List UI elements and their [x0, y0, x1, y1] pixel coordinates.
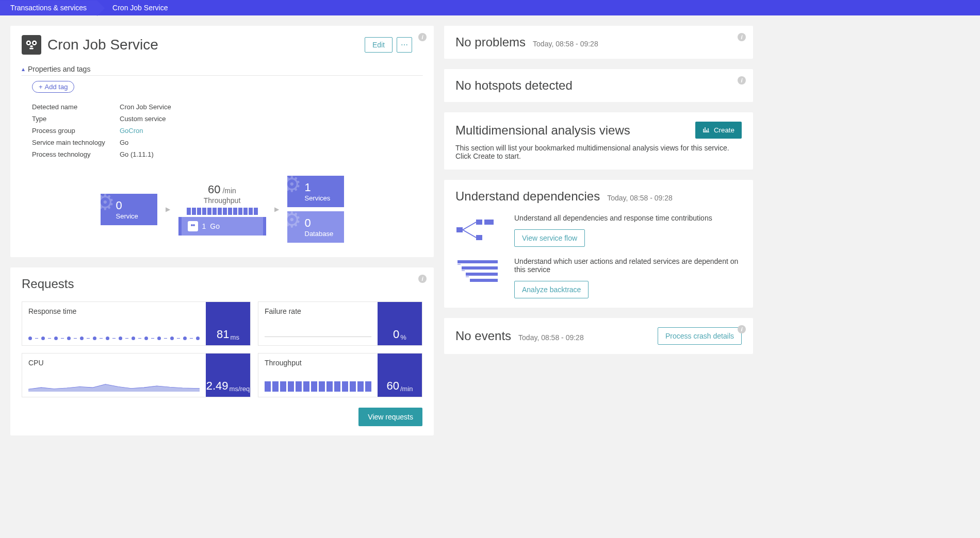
svg-point-7 [193, 224, 195, 226]
info-icon[interactable]: i [418, 33, 427, 41]
problems-card: i No problems Today, 08:58 - 09:28 [444, 26, 753, 59]
metric-unit: /min [400, 385, 413, 393]
breadcrumb-current[interactable]: Cron Job Service [97, 1, 178, 15]
tech-label: Go [210, 222, 220, 230]
prop-value: Custom service [120, 115, 166, 123]
throughput-unit: /min [222, 187, 236, 195]
incoming-count: 0 [116, 199, 138, 212]
prop-row: Detected nameCron Job Service [32, 101, 422, 113]
go-gopher-icon [22, 35, 41, 55]
svg-point-2 [28, 42, 30, 44]
add-tag-label: Add tag [45, 83, 68, 91]
dependencies-title: Understand dependencies [455, 189, 600, 204]
throughput-value: 60 [208, 183, 220, 196]
info-icon[interactable]: i [418, 275, 427, 283]
properties-toggle[interactable]: ▴ Properties and tags [22, 65, 422, 76]
technology-box[interactable]: 1 Go [178, 217, 266, 236]
prop-label: Type [32, 115, 120, 123]
backtrace-text: Understand which user actions and relate… [514, 257, 742, 274]
info-icon[interactable]: i [738, 33, 746, 41]
problems-title: No problems [455, 35, 526, 49]
db-label: Database [305, 230, 334, 238]
response-time-sparkline [28, 337, 200, 340]
metric-unit: ms [231, 333, 239, 341]
svg-rect-11 [476, 235, 482, 240]
prop-label: Detected name [32, 103, 120, 111]
metric-value: 60 [386, 379, 399, 393]
prop-label: Process technology [32, 150, 120, 158]
chevron-up-icon: ▴ [22, 65, 25, 73]
add-tag-button[interactable]: + Add tag [32, 81, 74, 93]
prop-value: Cron Job Service [120, 103, 171, 111]
svg-rect-12 [458, 260, 498, 263]
view-service-flow-button[interactable]: View service flow [514, 229, 585, 247]
breadcrumb-root[interactable]: Transactions & services [0, 1, 97, 15]
response-time-tile[interactable]: Response time 81ms [22, 301, 251, 346]
hotspots-title: No hotspots detected [455, 78, 742, 93]
failure-rate-tile[interactable]: Failure rate 0% [258, 301, 422, 346]
metric-title: Response time [28, 307, 200, 315]
db-count: 0 [305, 216, 334, 230]
prop-label: Service main technology [32, 139, 120, 146]
prop-row: Process groupGoCron [32, 125, 422, 137]
svg-rect-10 [484, 220, 494, 225]
cpu-sparkline [28, 379, 200, 392]
more-menu-button[interactable]: ⋯ [397, 37, 412, 53]
metric-value: 81 [217, 328, 229, 341]
services-label: Services [305, 194, 331, 202]
dependent-services-box[interactable]: 1 Services [287, 176, 344, 207]
throughput-sparkline [185, 208, 260, 215]
services-count: 1 [305, 181, 331, 194]
view-requests-button[interactable]: View requests [358, 408, 422, 426]
prop-value: Go [120, 139, 128, 146]
prop-label: Process group [32, 127, 120, 134]
service-title: Cron Job Service [47, 37, 358, 53]
events-card: i No events Today, 08:58 - 09:28 Process… [444, 318, 753, 354]
mda-description: This section will list your bookmarked m… [455, 144, 742, 160]
create-label: Create [714, 126, 734, 134]
svg-rect-14 [466, 273, 498, 276]
database-box[interactable]: 0 Database [287, 211, 344, 243]
cpu-tile[interactable]: CPU 2.49ms/req [22, 353, 251, 397]
svg-point-3 [34, 42, 36, 44]
analyze-backtrace-button[interactable]: Analyze backtrace [514, 281, 589, 298]
requests-card: i Requests Response time 81ms [10, 267, 434, 435]
prop-value-link[interactable]: GoCron [120, 127, 143, 134]
prop-row: Process technologyGo (1.11.1) [32, 148, 422, 160]
arrow-right-icon: ▶ [274, 206, 279, 213]
backtrace-icon [455, 257, 502, 288]
throughput-sparkline [265, 380, 371, 392]
properties-toggle-label: Properties and tags [28, 65, 90, 73]
svg-rect-5 [29, 48, 34, 49]
prop-value: Go (1.11.1) [120, 150, 154, 158]
throughput-tile[interactable]: Throughput 60/min [258, 353, 422, 397]
hotspots-card: i No hotspots detected [444, 69, 753, 102]
incoming-services-box[interactable]: 0 Service [101, 194, 157, 225]
edit-button[interactable]: Edit [365, 37, 393, 53]
svg-point-6 [191, 224, 193, 226]
failure-rate-sparkline [265, 337, 371, 337]
service-card: i Cron Job Service Edit ⋯ ▴ Properties a… [10, 26, 434, 257]
mda-card: Multidimensional analysis views Create T… [444, 112, 753, 170]
metric-title: CPU [28, 359, 200, 367]
service-flow-icon [455, 214, 502, 245]
metric-value: 2.49 [206, 379, 228, 393]
service-flow-text: Understand all dependencies and response… [514, 214, 742, 222]
process-crash-details-button[interactable]: Process crash details [658, 327, 742, 345]
create-mda-button[interactable]: Create [695, 122, 742, 139]
info-icon[interactable]: i [738, 325, 746, 333]
dependencies-timestamp: Today, 08:58 - 09:28 [607, 194, 673, 202]
chart-icon [703, 126, 710, 134]
requests-title: Requests [22, 277, 422, 291]
mda-title: Multidimensional analysis views [455, 123, 630, 138]
prop-row: Service main technologyGo [32, 137, 422, 148]
go-icon [188, 221, 198, 231]
svg-rect-8 [456, 227, 463, 232]
info-icon[interactable]: i [738, 76, 746, 85]
problems-timestamp: Today, 08:58 - 09:28 [533, 40, 598, 48]
metric-value: 0 [393, 328, 399, 341]
svg-rect-13 [462, 266, 498, 270]
svg-rect-9 [476, 220, 482, 225]
throughput-label: Throughput [204, 196, 241, 205]
breadcrumb: Transactions & services Cron Job Service [0, 0, 980, 15]
